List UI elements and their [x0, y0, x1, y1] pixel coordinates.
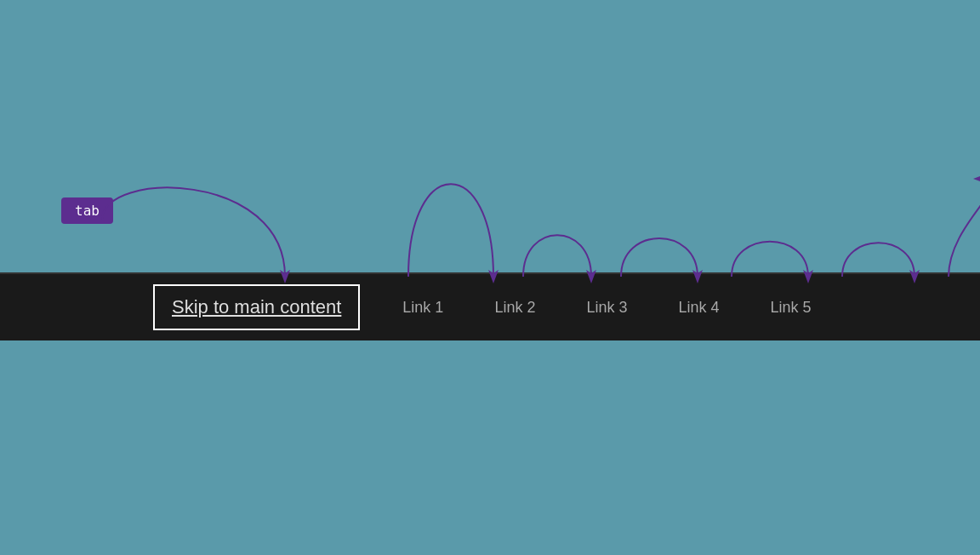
nav-link-2[interactable]: Link 2 [494, 299, 535, 317]
navigation-bar: Skip to main content Link 1 Link 2 Link … [0, 272, 980, 340]
skip-to-main-content-link[interactable]: Skip to main content [153, 284, 360, 330]
nav-link-1[interactable]: Link 1 [402, 299, 443, 317]
nav-link-5[interactable]: Link 5 [771, 299, 812, 317]
nav-link-3[interactable]: Link 3 [586, 299, 627, 317]
nav-links-container: Link 1 Link 2 Link 3 Link 4 Link 5 [377, 299, 811, 317]
tab-key-badge: tab [61, 197, 113, 224]
nav-link-4[interactable]: Link 4 [678, 299, 719, 317]
